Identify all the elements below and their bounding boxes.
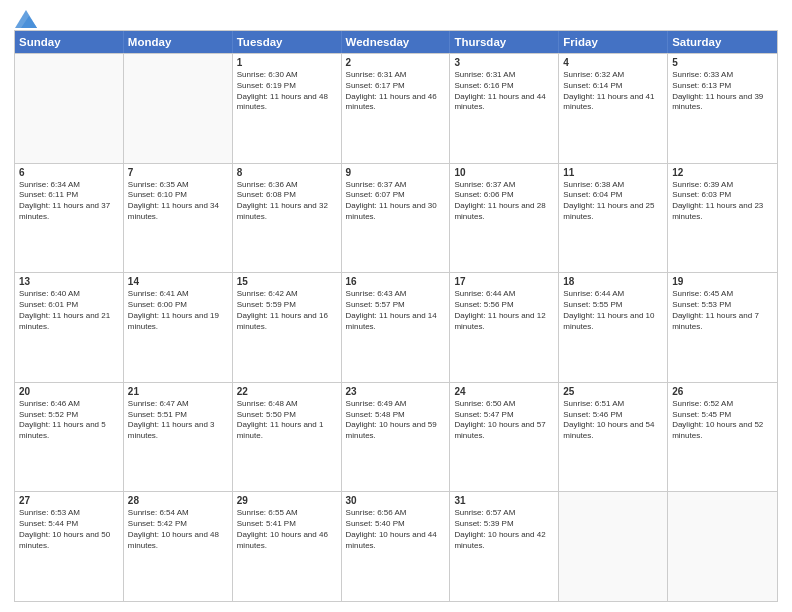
- day-number: 14: [128, 276, 228, 287]
- day-info: Sunrise: 6:51 AMSunset: 5:46 PMDaylight:…: [563, 399, 663, 442]
- calendar-day-cell: 14Sunrise: 6:41 AMSunset: 6:00 PMDayligh…: [124, 273, 233, 382]
- day-number: 9: [346, 167, 446, 178]
- calendar-day-cell: 2Sunrise: 6:31 AMSunset: 6:17 PMDaylight…: [342, 54, 451, 163]
- calendar-day-cell: 26Sunrise: 6:52 AMSunset: 5:45 PMDayligh…: [668, 383, 777, 492]
- day-info: Sunrise: 6:57 AMSunset: 5:39 PMDaylight:…: [454, 508, 554, 551]
- calendar-day-cell: 29Sunrise: 6:55 AMSunset: 5:41 PMDayligh…: [233, 492, 342, 601]
- logo-icon: [15, 10, 37, 28]
- calendar-day-header: Saturday: [668, 31, 777, 53]
- calendar-day-cell: 1Sunrise: 6:30 AMSunset: 6:19 PMDaylight…: [233, 54, 342, 163]
- day-number: 7: [128, 167, 228, 178]
- calendar-day-cell: 15Sunrise: 6:42 AMSunset: 5:59 PMDayligh…: [233, 273, 342, 382]
- calendar-day-cell: [559, 492, 668, 601]
- day-number: 5: [672, 57, 773, 68]
- calendar-day-cell: 12Sunrise: 6:39 AMSunset: 6:03 PMDayligh…: [668, 164, 777, 273]
- day-info: Sunrise: 6:36 AMSunset: 6:08 PMDaylight:…: [237, 180, 337, 223]
- calendar-day-cell: 16Sunrise: 6:43 AMSunset: 5:57 PMDayligh…: [342, 273, 451, 382]
- day-number: 26: [672, 386, 773, 397]
- day-number: 21: [128, 386, 228, 397]
- calendar-day-cell: 17Sunrise: 6:44 AMSunset: 5:56 PMDayligh…: [450, 273, 559, 382]
- calendar-day-cell: 27Sunrise: 6:53 AMSunset: 5:44 PMDayligh…: [15, 492, 124, 601]
- day-info: Sunrise: 6:56 AMSunset: 5:40 PMDaylight:…: [346, 508, 446, 551]
- calendar-day-cell: 9Sunrise: 6:37 AMSunset: 6:07 PMDaylight…: [342, 164, 451, 273]
- day-info: Sunrise: 6:35 AMSunset: 6:10 PMDaylight:…: [128, 180, 228, 223]
- calendar-day-header: Sunday: [15, 31, 124, 53]
- calendar-day-cell: 23Sunrise: 6:49 AMSunset: 5:48 PMDayligh…: [342, 383, 451, 492]
- calendar-day-cell: 6Sunrise: 6:34 AMSunset: 6:11 PMDaylight…: [15, 164, 124, 273]
- calendar-day-header: Tuesday: [233, 31, 342, 53]
- day-number: 6: [19, 167, 119, 178]
- day-number: 23: [346, 386, 446, 397]
- calendar-day-cell: 11Sunrise: 6:38 AMSunset: 6:04 PMDayligh…: [559, 164, 668, 273]
- day-number: 17: [454, 276, 554, 287]
- day-info: Sunrise: 6:31 AMSunset: 6:16 PMDaylight:…: [454, 70, 554, 113]
- calendar-day-cell: 8Sunrise: 6:36 AMSunset: 6:08 PMDaylight…: [233, 164, 342, 273]
- day-info: Sunrise: 6:50 AMSunset: 5:47 PMDaylight:…: [454, 399, 554, 442]
- day-info: Sunrise: 6:33 AMSunset: 6:13 PMDaylight:…: [672, 70, 773, 113]
- day-info: Sunrise: 6:40 AMSunset: 6:01 PMDaylight:…: [19, 289, 119, 332]
- calendar-day-cell: [668, 492, 777, 601]
- day-info: Sunrise: 6:43 AMSunset: 5:57 PMDaylight:…: [346, 289, 446, 332]
- day-number: 19: [672, 276, 773, 287]
- day-number: 2: [346, 57, 446, 68]
- calendar-week-row: 20Sunrise: 6:46 AMSunset: 5:52 PMDayligh…: [15, 382, 777, 492]
- day-number: 28: [128, 495, 228, 506]
- day-info: Sunrise: 6:34 AMSunset: 6:11 PMDaylight:…: [19, 180, 119, 223]
- day-info: Sunrise: 6:45 AMSunset: 5:53 PMDaylight:…: [672, 289, 773, 332]
- calendar: SundayMondayTuesdayWednesdayThursdayFrid…: [14, 30, 778, 602]
- day-info: Sunrise: 6:38 AMSunset: 6:04 PMDaylight:…: [563, 180, 663, 223]
- day-number: 31: [454, 495, 554, 506]
- day-number: 15: [237, 276, 337, 287]
- day-info: Sunrise: 6:52 AMSunset: 5:45 PMDaylight:…: [672, 399, 773, 442]
- day-info: Sunrise: 6:46 AMSunset: 5:52 PMDaylight:…: [19, 399, 119, 442]
- day-info: Sunrise: 6:37 AMSunset: 6:06 PMDaylight:…: [454, 180, 554, 223]
- calendar-day-header: Thursday: [450, 31, 559, 53]
- day-info: Sunrise: 6:47 AMSunset: 5:51 PMDaylight:…: [128, 399, 228, 442]
- day-number: 8: [237, 167, 337, 178]
- day-number: 30: [346, 495, 446, 506]
- calendar-day-cell: 31Sunrise: 6:57 AMSunset: 5:39 PMDayligh…: [450, 492, 559, 601]
- day-info: Sunrise: 6:41 AMSunset: 6:00 PMDaylight:…: [128, 289, 228, 332]
- day-info: Sunrise: 6:32 AMSunset: 6:14 PMDaylight:…: [563, 70, 663, 113]
- day-number: 22: [237, 386, 337, 397]
- calendar-day-cell: 7Sunrise: 6:35 AMSunset: 6:10 PMDaylight…: [124, 164, 233, 273]
- day-info: Sunrise: 6:53 AMSunset: 5:44 PMDaylight:…: [19, 508, 119, 551]
- calendar-body: 1Sunrise: 6:30 AMSunset: 6:19 PMDaylight…: [15, 53, 777, 601]
- calendar-day-cell: 13Sunrise: 6:40 AMSunset: 6:01 PMDayligh…: [15, 273, 124, 382]
- day-info: Sunrise: 6:39 AMSunset: 6:03 PMDaylight:…: [672, 180, 773, 223]
- day-info: Sunrise: 6:54 AMSunset: 5:42 PMDaylight:…: [128, 508, 228, 551]
- day-number: 12: [672, 167, 773, 178]
- day-number: 24: [454, 386, 554, 397]
- day-info: Sunrise: 6:42 AMSunset: 5:59 PMDaylight:…: [237, 289, 337, 332]
- calendar-day-cell: 30Sunrise: 6:56 AMSunset: 5:40 PMDayligh…: [342, 492, 451, 601]
- calendar-day-cell: 21Sunrise: 6:47 AMSunset: 5:51 PMDayligh…: [124, 383, 233, 492]
- calendar-day-cell: 20Sunrise: 6:46 AMSunset: 5:52 PMDayligh…: [15, 383, 124, 492]
- day-info: Sunrise: 6:37 AMSunset: 6:07 PMDaylight:…: [346, 180, 446, 223]
- calendar-day-header: Wednesday: [342, 31, 451, 53]
- day-info: Sunrise: 6:44 AMSunset: 5:56 PMDaylight:…: [454, 289, 554, 332]
- calendar-day-cell: 28Sunrise: 6:54 AMSunset: 5:42 PMDayligh…: [124, 492, 233, 601]
- calendar-day-cell: 19Sunrise: 6:45 AMSunset: 5:53 PMDayligh…: [668, 273, 777, 382]
- calendar-day-header: Friday: [559, 31, 668, 53]
- calendar-week-row: 27Sunrise: 6:53 AMSunset: 5:44 PMDayligh…: [15, 491, 777, 601]
- calendar-week-row: 1Sunrise: 6:30 AMSunset: 6:19 PMDaylight…: [15, 53, 777, 163]
- calendar-day-cell: 24Sunrise: 6:50 AMSunset: 5:47 PMDayligh…: [450, 383, 559, 492]
- calendar-week-row: 6Sunrise: 6:34 AMSunset: 6:11 PMDaylight…: [15, 163, 777, 273]
- day-info: Sunrise: 6:48 AMSunset: 5:50 PMDaylight:…: [237, 399, 337, 442]
- logo: [14, 10, 37, 24]
- day-number: 20: [19, 386, 119, 397]
- day-number: 13: [19, 276, 119, 287]
- page-header: [14, 10, 778, 24]
- calendar-day-header: Monday: [124, 31, 233, 53]
- day-number: 18: [563, 276, 663, 287]
- day-info: Sunrise: 6:55 AMSunset: 5:41 PMDaylight:…: [237, 508, 337, 551]
- calendar-day-cell: 10Sunrise: 6:37 AMSunset: 6:06 PMDayligh…: [450, 164, 559, 273]
- day-number: 3: [454, 57, 554, 68]
- day-info: Sunrise: 6:30 AMSunset: 6:19 PMDaylight:…: [237, 70, 337, 113]
- day-number: 11: [563, 167, 663, 178]
- day-number: 10: [454, 167, 554, 178]
- day-number: 25: [563, 386, 663, 397]
- calendar-day-cell: 22Sunrise: 6:48 AMSunset: 5:50 PMDayligh…: [233, 383, 342, 492]
- day-info: Sunrise: 6:49 AMSunset: 5:48 PMDaylight:…: [346, 399, 446, 442]
- calendar-day-cell: 3Sunrise: 6:31 AMSunset: 6:16 PMDaylight…: [450, 54, 559, 163]
